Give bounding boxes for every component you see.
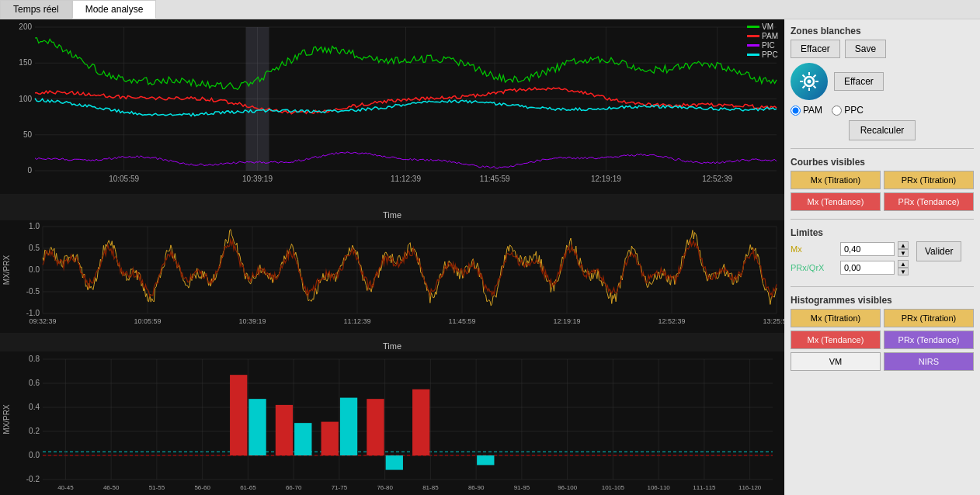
radio-ppc[interactable] [832, 106, 842, 116]
histo-mx-tendance[interactable]: Mx (Tendance) [791, 331, 881, 349]
courbe-prx-titration[interactable]: PRx (Titration) [884, 171, 974, 189]
svg-line-9 [803, 86, 805, 88]
effacer-button-2[interactable]: Effacer [834, 72, 884, 91]
chart-top-legend: VM PAM PIC PPC [747, 22, 778, 59]
histo-prx-tendance[interactable]: PRx (Tendance) [884, 331, 974, 349]
radio-ppc-label[interactable]: PPC [832, 105, 864, 116]
histo-mx-titration[interactable]: Mx (Titration) [791, 309, 881, 327]
courbe-prx-tendance[interactable]: PRx (Tendance) [884, 192, 974, 211]
radio-pam[interactable] [791, 106, 801, 116]
histo-prx-titration[interactable]: PRx (Titration) [884, 309, 974, 327]
charts-area: VM PAM PIC PPC Time Time PAM [0, 19, 784, 495]
zones-blanches-title: Zones blanches [791, 26, 974, 36]
radio-group: PAM PPC [791, 105, 974, 116]
limites-mx-input[interactable] [840, 242, 895, 256]
histogrammes-visibles-grid: Mx (Titration) PRx (Titration) Mx (Tenda… [791, 309, 974, 371]
limites-section: Limites Mx ▲ ▼ PRx/QrX [791, 227, 974, 279]
svg-line-6 [803, 75, 805, 78]
settings-icon [791, 63, 828, 100]
zones-blanches-buttons: Effacer Save [791, 40, 974, 58]
svg-line-8 [814, 75, 816, 78]
limites-mx-label: Mx [791, 244, 837, 254]
limites-prx-row: PRx/QrX ▲ ▼ [791, 260, 909, 275]
tab-mode-analyse[interactable]: Mode analyse [72, 0, 157, 19]
histogrammes-visibles-title: Histogrammes visibles [791, 295, 974, 306]
effacer-button-1[interactable]: Effacer [791, 40, 840, 58]
courbes-visibles-section: Courbes visibles Mx (Titration) PRx (Tit… [791, 157, 974, 211]
svg-point-1 [808, 80, 811, 84]
limites-prx-input[interactable] [840, 261, 895, 275]
chart-bot [0, 351, 784, 495]
chart-mid [0, 220, 784, 341]
limites-mx-row: Mx ▲ ▼ [791, 241, 909, 257]
main-layout: VM PAM PIC PPC Time Time PAM Zones blanc… [0, 19, 980, 495]
limites-title: Limites [791, 227, 974, 238]
histogrammes-visibles-section: Histogrammes visibles Mx (Titration) PRx… [791, 295, 974, 371]
chart-top-xlabel: Time [0, 209, 784, 220]
limites-prx-label: PRx/QrX [791, 263, 837, 272]
limites-prx-down[interactable]: ▼ [898, 268, 909, 275]
valider-button[interactable]: Valider [916, 241, 961, 261]
courbes-visibles-grid: Mx (Titration) PRx (Titration) Mx (Tenda… [791, 171, 974, 211]
courbe-mx-titration[interactable]: Mx (Titration) [791, 171, 881, 189]
zones-blanches-section: Zones blanches Effacer Save [791, 26, 974, 140]
limites-mx-up[interactable]: ▲ [898, 241, 909, 249]
limites-mx-down[interactable]: ▼ [898, 249, 909, 257]
limites-prx-up[interactable]: ▲ [898, 260, 909, 268]
chart-top: VM PAM PIC PPC [0, 19, 784, 209]
radio-pam-label[interactable]: PAM [791, 105, 822, 116]
histo-vm[interactable]: VM [791, 352, 881, 371]
courbes-visibles-title: Courbes visibles [791, 157, 974, 168]
right-panel: Zones blanches Effacer Save [784, 19, 980, 495]
recalculer-button[interactable]: Recalculer [849, 120, 916, 140]
svg-line-7 [814, 86, 816, 88]
tab-temps-reel[interactable]: Temps réel [0, 0, 72, 19]
save-button[interactable]: Save [845, 40, 886, 58]
tab-bar: Temps réel Mode analyse [0, 0, 980, 19]
courbe-mx-tendance[interactable]: Mx (Tendance) [791, 192, 881, 211]
histo-nirs[interactable]: NIRS [884, 352, 974, 371]
icon-area: Effacer [791, 63, 974, 100]
chart-mid-xlabel: Time [0, 341, 784, 351]
